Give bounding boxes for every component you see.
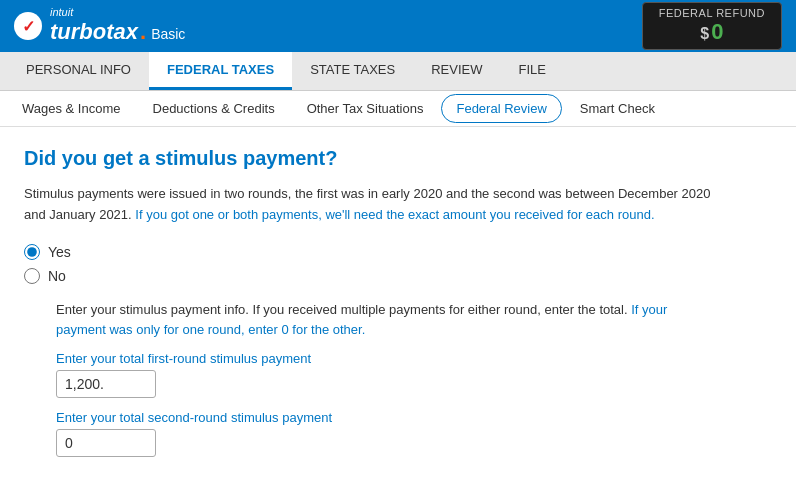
refund-currency: $ <box>700 25 709 42</box>
tab-state-taxes[interactable]: STATE TAXES <box>292 52 413 90</box>
intro-text-highlight: If you got one or both payments, we'll n… <box>132 207 655 222</box>
logo-dot-icon: . <box>140 19 146 45</box>
radio-yes-input[interactable] <box>24 244 40 260</box>
subnav-deductions-credits[interactable]: Deductions & Credits <box>139 91 289 126</box>
radio-yes-option[interactable]: Yes <box>24 244 772 260</box>
stimulus-radio-group: Yes No <box>24 244 772 284</box>
turbotax-brand: turbotax <box>50 19 138 45</box>
logo-area: ✓ intuit turbotax. Basic <box>14 7 185 45</box>
main-content: Did you get a stimulus payment? Stimulus… <box>0 127 796 489</box>
subnav-smart-check[interactable]: Smart Check <box>566 91 669 126</box>
radio-no-option[interactable]: No <box>24 268 772 284</box>
radio-no-input[interactable] <box>24 268 40 284</box>
subnav-other-tax[interactable]: Other Tax Situations <box>293 91 438 126</box>
radio-no-label: No <box>48 268 66 284</box>
tab-file[interactable]: FILE <box>500 52 563 90</box>
tab-federal-taxes[interactable]: FEDERAL TAXES <box>149 52 292 90</box>
detail-text-normal: Enter your stimulus payment info. If you… <box>56 302 628 317</box>
subnav-federal-review[interactable]: Federal Review <box>441 94 561 123</box>
tab-personal-info[interactable]: PERSONAL INFO <box>8 52 149 90</box>
detail-paragraph: Enter your stimulus payment info. If you… <box>56 300 716 342</box>
subnav-wages-income[interactable]: Wages & Income <box>8 91 135 126</box>
first-round-input[interactable] <box>56 370 156 398</box>
stimulus-detail-section: Enter your stimulus payment info. If you… <box>56 300 772 458</box>
intro-paragraph: Stimulus payments were issued in two rou… <box>24 184 724 226</box>
sub-nav: Wages & Income Deductions & Credits Othe… <box>0 91 796 127</box>
refund-amount: $0 <box>659 19 765 45</box>
logo-checkmark-icon: ✓ <box>14 12 42 40</box>
tab-review[interactable]: REVIEW <box>413 52 500 90</box>
refund-display: Federal Refund $0 <box>642 2 782 50</box>
main-nav: PERSONAL INFO FEDERAL TAXES STATE TAXES … <box>0 52 796 91</box>
second-round-label: Enter your total second-round stimulus p… <box>56 410 772 425</box>
page-title: Did you get a stimulus payment? <box>24 147 772 170</box>
refund-label: Federal Refund <box>659 7 765 19</box>
radio-yes-label: Yes <box>48 244 71 260</box>
logo-basic-label: Basic <box>151 26 185 42</box>
first-round-label: Enter your total first-round stimulus pa… <box>56 351 772 366</box>
app-header: ✓ intuit turbotax. Basic Federal Refund … <box>0 0 796 52</box>
logo-text: intuit turbotax. Basic <box>50 7 185 45</box>
second-round-input[interactable] <box>56 429 156 457</box>
